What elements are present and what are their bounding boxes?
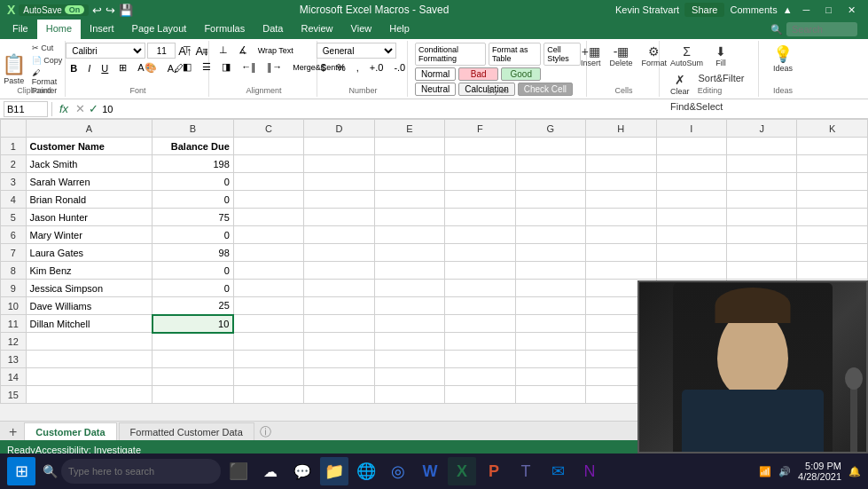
col-header-a[interactable]: A	[26, 120, 152, 138]
taskbar-file-explorer[interactable]: 📁	[320, 457, 348, 485]
cell-g10[interactable]	[515, 297, 585, 315]
col-header-h[interactable]: H	[586, 120, 656, 138]
cell-b11[interactable]: 10	[152, 315, 234, 333]
cell-k2[interactable]	[797, 155, 868, 173]
ribbon-collapse-button[interactable]: ▲	[783, 4, 793, 15]
confirm-formula-icon[interactable]: ✓	[89, 102, 98, 115]
cell-e9[interactable]	[374, 280, 444, 297]
tab-review[interactable]: Review	[292, 20, 341, 39]
align-center-button[interactable]: ☰	[198, 59, 215, 75]
cell-b6[interactable]: 0	[152, 226, 234, 244]
row-number[interactable]: 2	[1, 155, 27, 173]
cell-d14[interactable]	[304, 368, 374, 386]
underline-button[interactable]: U	[97, 61, 113, 75]
cell-f6[interactable]	[445, 226, 515, 244]
cell-j4[interactable]	[726, 191, 796, 209]
taskbar-notification-icon[interactable]: 🔔	[848, 466, 861, 477]
cell-e8[interactable]	[374, 262, 444, 280]
cell-b5[interactable]: 75	[152, 209, 234, 226]
cell-b10[interactable]: 25	[152, 297, 234, 315]
cell-d8[interactable]	[304, 262, 374, 280]
cell-k3[interactable]	[797, 173, 868, 191]
good-style[interactable]: Good	[501, 67, 541, 81]
cell-c4[interactable]	[233, 191, 303, 209]
cell-b14[interactable]	[152, 368, 234, 386]
cell-g6[interactable]	[515, 226, 585, 244]
redo-icon[interactable]: ↪	[106, 4, 115, 17]
cell-h1[interactable]	[586, 138, 656, 155]
cell-f12[interactable]	[445, 333, 515, 351]
row-number[interactable]: 15	[1, 386, 27, 404]
cell-b8[interactable]: 0	[152, 262, 234, 280]
cell-b15[interactable]	[152, 386, 234, 404]
cell-a5[interactable]: Jason Hunter	[26, 209, 152, 226]
cell-e1[interactable]	[374, 138, 444, 155]
cell-a8[interactable]: Kim Benz	[26, 262, 152, 280]
cell-reference-box[interactable]: B11	[4, 101, 48, 117]
cell-h4[interactable]	[586, 191, 656, 209]
cell-j1[interactable]	[726, 138, 796, 155]
format-as-table-button[interactable]: Format as Table	[489, 43, 541, 66]
cell-a7[interactable]: Laura Gates	[26, 244, 152, 262]
cell-c14[interactable]	[233, 368, 303, 386]
bad-style[interactable]: Bad	[458, 67, 498, 81]
cell-c3[interactable]	[233, 173, 303, 191]
cell-b9[interactable]: 0	[152, 280, 234, 297]
cell-g8[interactable]	[515, 262, 585, 280]
cell-d6[interactable]	[304, 226, 374, 244]
taskbar-task-view[interactable]: ⬛	[224, 457, 253, 485]
cell-h3[interactable]	[586, 173, 656, 191]
cell-e2[interactable]	[374, 155, 444, 173]
cell-e4[interactable]	[374, 191, 444, 209]
taskbar-volume-icon[interactable]: 🔊	[778, 466, 791, 477]
cell-d10[interactable]	[304, 297, 374, 315]
cell-e12[interactable]	[374, 333, 444, 351]
cell-g4[interactable]	[515, 191, 585, 209]
cell-e11[interactable]	[374, 315, 444, 333]
tab-data[interactable]: Data	[254, 20, 292, 39]
cell-i4[interactable]	[656, 191, 726, 209]
cell-d15[interactable]	[304, 386, 374, 404]
cell-b3[interactable]: 0	[152, 173, 234, 191]
cell-a15[interactable]	[26, 386, 152, 404]
angle-text-button[interactable]: ∡	[234, 43, 252, 58]
col-header-b[interactable]: B	[152, 120, 234, 138]
conditional-formatting-button[interactable]: Conditional Formatting	[415, 43, 486, 66]
taskbar-chat[interactable]: 💬	[288, 457, 317, 485]
col-header-g[interactable]: G	[515, 120, 585, 138]
ideas-button[interactable]: 💡 Ideas	[770, 43, 796, 83]
cell-a3[interactable]: Sarah Warren	[26, 173, 152, 191]
share-button[interactable]: Share	[684, 3, 724, 17]
cell-c10[interactable]	[233, 297, 303, 315]
percent-style-button[interactable]: $	[317, 60, 331, 75]
col-header-e[interactable]: E	[374, 120, 444, 138]
taskbar-outlook[interactable]: ✉	[543, 457, 572, 485]
insert-button[interactable]: +▦ Insert	[577, 43, 605, 69]
taskbar-search-input[interactable]	[61, 459, 221, 484]
tab-formulas[interactable]: Formulas	[195, 20, 254, 39]
cell-f5[interactable]	[445, 209, 515, 226]
cell-f2[interactable]	[445, 155, 515, 173]
cell-i3[interactable]	[656, 173, 726, 191]
col-header-c[interactable]: C	[233, 120, 303, 138]
taskbar-chrome[interactable]: ◎	[384, 457, 412, 485]
cell-e6[interactable]	[374, 226, 444, 244]
cell-h5[interactable]	[586, 209, 656, 226]
wrap-text-button[interactable]: Wrap Text	[254, 44, 298, 57]
cell-d13[interactable]	[304, 351, 374, 368]
taskbar-excel[interactable]: X	[448, 457, 476, 485]
cell-k5[interactable]	[797, 209, 868, 226]
cell-f4[interactable]	[445, 191, 515, 209]
cell-g15[interactable]	[515, 386, 585, 404]
delete-button[interactable]: -▦ Delete	[606, 43, 637, 69]
cancel-formula-icon[interactable]: ✕	[75, 102, 85, 115]
cell-f10[interactable]	[445, 297, 515, 315]
cell-k1[interactable]	[797, 138, 868, 155]
cell-i1[interactable]	[656, 138, 726, 155]
align-left-button[interactable]: ◧	[178, 59, 196, 75]
cell-d2[interactable]	[304, 155, 374, 173]
italic-button[interactable]: I	[83, 61, 95, 75]
cell-b2[interactable]: 198	[152, 155, 234, 173]
cell-j7[interactable]	[726, 244, 796, 262]
cell-f1[interactable]	[445, 138, 515, 155]
